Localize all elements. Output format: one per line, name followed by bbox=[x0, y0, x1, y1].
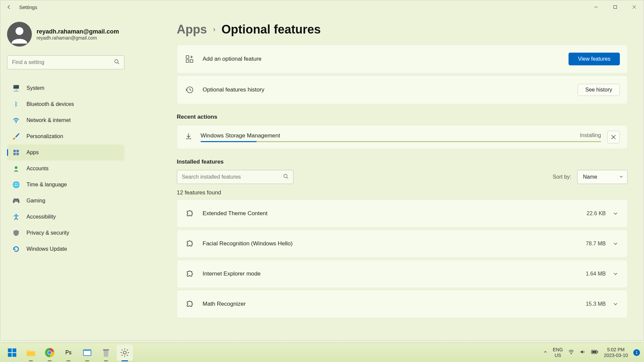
search-icon[interactable] bbox=[114, 59, 119, 66]
window-app-icon bbox=[82, 348, 92, 358]
breadcrumb-parent[interactable]: Apps bbox=[177, 22, 207, 37]
sidebar-item-privacy[interactable]: Privacy & security bbox=[7, 225, 124, 241]
svg-point-31 bbox=[571, 353, 572, 354]
feature-item[interactable]: Internet Explorer mode 1.64 MB bbox=[177, 260, 628, 288]
history-card: Optional features history See history bbox=[177, 75, 628, 104]
svg-rect-6 bbox=[13, 150, 16, 152]
chevron-right-icon: › bbox=[213, 25, 215, 34]
person-icon bbox=[12, 165, 20, 172]
maximize-button[interactable] bbox=[605, 0, 625, 14]
sidebar-item-update[interactable]: Windows Update bbox=[7, 241, 124, 257]
svg-point-16 bbox=[284, 174, 287, 178]
avatar-icon bbox=[10, 25, 29, 44]
titlebar: Settings bbox=[0, 0, 644, 14]
svg-rect-18 bbox=[8, 348, 12, 352]
history-label: Optional features history bbox=[203, 86, 264, 93]
battery-tray-icon[interactable] bbox=[591, 350, 598, 356]
photoshop-icon: Ps bbox=[65, 350, 72, 356]
download-icon bbox=[184, 132, 193, 142]
feature-item[interactable]: Math Recognizer 15.3 MB bbox=[177, 290, 628, 318]
volume-tray-icon[interactable] bbox=[580, 349, 586, 356]
nav: 🖥️System ᛒBluetooth & devices Network & … bbox=[7, 80, 124, 257]
sidebar-item-label: Bluetooth & devices bbox=[26, 101, 74, 107]
svg-point-26 bbox=[48, 351, 51, 354]
sidebar-item-label: Network & internet bbox=[26, 117, 71, 123]
close-button[interactable] bbox=[625, 0, 644, 14]
apps-icon bbox=[12, 149, 20, 156]
recent-action-item: Windows Storage Management Installing bbox=[177, 125, 628, 149]
sidebar-item-network[interactable]: Network & internet bbox=[7, 112, 124, 128]
taskbar: Ps ENGUS 5:02 PM2023-03-10 1 bbox=[0, 343, 644, 362]
cancel-install-button[interactable] bbox=[607, 131, 620, 143]
notification-badge[interactable]: 1 bbox=[633, 349, 640, 356]
sidebar-item-time[interactable]: 🌐Time & language bbox=[7, 177, 124, 193]
feature-item[interactable]: Extended Theme Content 22.6 KB bbox=[177, 199, 628, 228]
view-features-button[interactable]: View features bbox=[569, 53, 620, 65]
sort-select[interactable]: Name bbox=[577, 170, 628, 184]
sidebar-item-gaming[interactable]: 🎮Gaming bbox=[7, 193, 124, 209]
sidebar-item-label: Privacy & security bbox=[26, 230, 69, 236]
explorer-button[interactable] bbox=[23, 345, 39, 361]
svg-point-30 bbox=[123, 351, 126, 354]
page-title: Optional features bbox=[221, 22, 321, 37]
feature-name: Internet Explorer mode bbox=[203, 270, 261, 277]
arrow-left-icon bbox=[7, 5, 11, 9]
settings-taskbar-button[interactable] bbox=[117, 345, 133, 361]
progress-status: Installing bbox=[580, 132, 601, 138]
feature-name: Facial Recognition (Windows Hello) bbox=[203, 240, 292, 247]
feature-item[interactable]: Facial Recognition (Windows Hello) 78.7 … bbox=[177, 230, 628, 258]
svg-rect-22 bbox=[27, 352, 35, 356]
battery-icon bbox=[591, 350, 598, 354]
feature-name: Math Recognizer bbox=[203, 301, 246, 307]
close-icon bbox=[632, 5, 636, 9]
monitor-icon: 🖥️ bbox=[12, 84, 20, 92]
user-block[interactable]: reyadh.rahaman@gmail.com reyadh.rahaman@… bbox=[7, 22, 124, 47]
sort-value: Name bbox=[583, 174, 597, 180]
app-button-1[interactable] bbox=[79, 345, 95, 361]
svg-point-5 bbox=[16, 122, 17, 123]
wifi-tray-icon[interactable] bbox=[568, 349, 574, 356]
search-installed-input[interactable] bbox=[182, 174, 283, 180]
volume-icon bbox=[580, 349, 586, 355]
installed-features-title: Installed features bbox=[177, 159, 628, 165]
sidebar-item-system[interactable]: 🖥️System bbox=[7, 80, 124, 96]
search-installed-box[interactable] bbox=[177, 170, 293, 184]
maximize-icon bbox=[613, 5, 617, 9]
start-button[interactable] bbox=[4, 345, 20, 361]
svg-rect-29 bbox=[103, 349, 109, 351]
svg-point-3 bbox=[115, 60, 118, 63]
chrome-button[interactable] bbox=[42, 345, 58, 361]
language-indicator[interactable]: ENGUS bbox=[553, 347, 563, 358]
sidebar-item-personalization[interactable]: 🖌️Personalization bbox=[7, 128, 124, 144]
search-input[interactable] bbox=[12, 59, 114, 65]
minimize-button[interactable] bbox=[586, 0, 605, 14]
sidebar-item-accessibility[interactable]: Accessibility bbox=[7, 209, 124, 225]
sidebar-item-accounts[interactable]: Accounts bbox=[7, 161, 124, 177]
app-button-2[interactable] bbox=[98, 345, 114, 361]
progress-name: Windows Storage Management bbox=[201, 132, 601, 139]
see-history-button[interactable]: See history bbox=[578, 84, 620, 96]
brush-icon: 🖌️ bbox=[12, 133, 20, 140]
feature-size: 78.7 MB bbox=[586, 241, 606, 247]
sidebar-item-bluetooth[interactable]: ᛒBluetooth & devices bbox=[7, 96, 124, 112]
search-box[interactable] bbox=[7, 55, 124, 69]
user-name: reyadh.rahaman@gmail.com bbox=[37, 28, 119, 35]
close-icon bbox=[611, 135, 616, 139]
svg-rect-7 bbox=[16, 150, 19, 152]
avatar bbox=[7, 22, 32, 47]
photoshop-button[interactable]: Ps bbox=[60, 345, 76, 361]
svg-point-10 bbox=[15, 166, 17, 169]
gear-icon bbox=[120, 348, 130, 358]
update-icon bbox=[12, 245, 20, 253]
tray-overflow-button[interactable] bbox=[543, 350, 547, 355]
clock[interactable]: 5:02 PM2023-03-10 bbox=[604, 347, 628, 358]
add-app-icon bbox=[184, 55, 195, 63]
search-icon[interactable] bbox=[283, 174, 288, 180]
svg-rect-12 bbox=[186, 56, 189, 58]
svg-point-2 bbox=[15, 27, 23, 35]
back-button[interactable] bbox=[2, 0, 16, 14]
chevron-down-icon bbox=[613, 241, 618, 246]
windows-icon bbox=[7, 348, 17, 358]
sidebar-item-apps[interactable]: Apps bbox=[7, 144, 124, 161]
wifi-icon bbox=[12, 117, 20, 124]
